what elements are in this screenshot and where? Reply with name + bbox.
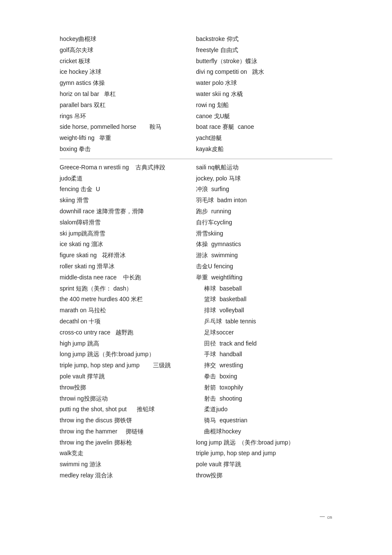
list-item: triple jump, hop step and jump (196, 448, 332, 459)
list-item: 击金U fencing (196, 262, 332, 272)
list-item: 曲棍球hockey (196, 427, 332, 437)
list-item: divi ng competiti on 跳水 (196, 67, 332, 77)
list-item: medley relay 混合泳 (60, 471, 196, 481)
list-item: middle-dista nee race 中长跑 (60, 273, 196, 283)
list-item: golf高尔夫球 (60, 45, 196, 55)
list-item: 自行车cycling (196, 218, 332, 228)
main-content: hockey曲棍球golf高尔夫球cricket 板球ice hockey 冰球… (60, 34, 332, 482)
list-item: saili nq帆船运动 (196, 163, 332, 173)
list-item: parallel bars 双杠 (60, 100, 196, 110)
list-item: long jump 跳远（美作:broad jump） (60, 349, 196, 360)
list-item: throw投掷 (196, 471, 332, 481)
list-item: canoe 戈U艇 (196, 111, 332, 122)
list-item: throw投掷 (60, 383, 196, 393)
page-number: 一 ㎝ (320, 513, 332, 521)
list-item: 乒乓球 table tennis (196, 317, 332, 327)
list-item: pole vault 撑竿跳 (60, 372, 196, 382)
list-item: 足球soccer (196, 328, 332, 338)
list-item: butterfly（stroke）蝶泳 (196, 56, 332, 67)
list-item: 棒球 baseball (196, 284, 332, 294)
list-item: weight-lifti ng 举重 (60, 133, 196, 143)
list-item: downhill race 速降滑雪赛，滑降 (60, 206, 196, 217)
list-item: 滑雪skiing (196, 229, 332, 239)
section-divider (60, 159, 196, 159)
list-item: Greece-Roma n wrestli ng 古典式摔跤 (60, 163, 196, 173)
list-item: walk竞走 (60, 448, 196, 459)
list-item: 排球 volleyball (196, 305, 332, 316)
list-item: ski jump跳高滑雪 (60, 229, 196, 239)
list-item: throw ing the hammer 掷链锤 (60, 427, 196, 437)
list-item: throw ing the discus 掷铁饼 (60, 416, 196, 426)
list-item: 举重 weightlifting (196, 273, 332, 283)
list-item: figure skati ng 花样滑冰 (60, 250, 196, 261)
list-item: throw ing the javelin 掷标枪 (60, 438, 196, 448)
list-item: rowi ng 划船 (196, 100, 332, 110)
list-item: 游泳 swimming (196, 250, 332, 261)
list-item: jockey, polo 马球 (196, 174, 332, 184)
list-item: boat race 赛艇 canoe (196, 122, 332, 132)
list-item: swimmi ng 游泳 (60, 459, 196, 470)
list-item: slalom障碍滑雪 (60, 218, 196, 228)
list-item: cross-co untry race 越野跑 (60, 328, 196, 338)
list-item: kayak皮船 (196, 144, 332, 154)
list-item: water skii ng 水橇 (196, 89, 332, 99)
left-column: hockey曲棍球golf高尔夫球cricket 板球ice hockey 冰球… (60, 34, 196, 482)
list-item: skiing 滑雪 (60, 195, 196, 206)
list-item: long jump 跳远 （美作:broad jump） (196, 438, 332, 448)
list-item: freestyle 自由式 (196, 45, 332, 55)
list-item: fencing 击金 U (60, 184, 196, 195)
list-item: yacht游艇 (196, 133, 332, 143)
list-item: triple jump, hop step and jump 三级跳 (60, 360, 196, 371)
list-item: 拳击 boxing (196, 372, 332, 382)
list-item: 射箭 toxophily (196, 383, 332, 393)
list-item: pole vault 撑竿跳 (196, 459, 332, 470)
list-item: 手球 handball (196, 349, 332, 360)
list-item: gymn astics 体操 (60, 78, 196, 88)
list-item: putti ng the shot, shot put 推铅球 (60, 404, 196, 415)
list-item: the 400 metre hurdles 400 米栏 (60, 294, 196, 305)
list-item: side horse, pommelled horse 鞍马 (60, 122, 196, 132)
list-item: backstroke 仰式 (196, 34, 332, 44)
list-item: roller skati ng 滑旱冰 (60, 262, 196, 272)
list-item: high jump 跳高 (60, 339, 196, 349)
list-item: marath on 马拉松 (60, 305, 196, 316)
list-item: 羽毛球 badm inton (196, 195, 332, 206)
list-item: rings 吊环 (60, 111, 196, 122)
list-item: 冲浪 surfing (196, 184, 332, 195)
list-item: water polo 水球 (196, 78, 332, 88)
list-item: 射击 shooting (196, 394, 332, 404)
list-item: 骑马 equestrian (196, 416, 332, 426)
list-item: horiz on tal bar 单杠 (60, 89, 196, 99)
list-item: 摔交 wrestling (196, 360, 332, 371)
right-column: backstroke 仰式freestyle 自由式butterfly（stro… (196, 34, 332, 482)
list-item: ice skati ng 溜冰 (60, 239, 196, 250)
list-item: 田径 track and field (196, 339, 332, 349)
list-item: judo柔道 (60, 174, 196, 184)
list-item: throwi ng投掷运动 (60, 394, 196, 404)
list-item: ice hockey 冰球 (60, 67, 196, 77)
list-item: hockey曲棍球 (60, 34, 196, 44)
section-divider (196, 159, 332, 159)
list-item: decathl on 十项 (60, 317, 196, 327)
list-item: 柔道judo (196, 404, 332, 415)
list-item: cricket 板球 (60, 56, 196, 67)
list-item: 篮球 basketball (196, 294, 332, 305)
list-item: sprint 短跑（美作： dash） (60, 284, 196, 294)
list-item: boxing 拳击 (60, 144, 196, 154)
list-item: 跑步 running (196, 206, 332, 217)
list-item: 体操 gymnastics (196, 239, 332, 250)
